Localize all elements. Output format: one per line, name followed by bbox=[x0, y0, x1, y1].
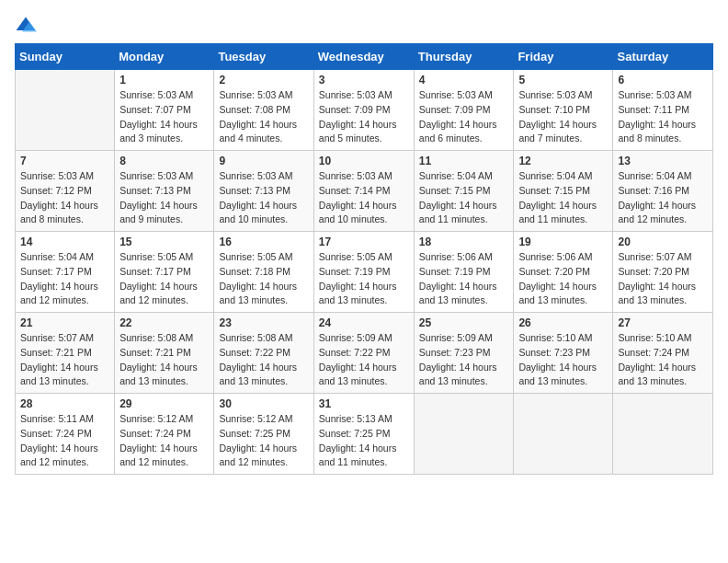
day-number: 30 bbox=[219, 397, 308, 410]
day-info: Sunrise: 5:03 AM Sunset: 7:07 PM Dayligh… bbox=[119, 88, 209, 146]
day-info: Sunrise: 5:11 AM Sunset: 7:24 PM Dayligh… bbox=[20, 412, 109, 470]
day-number: 22 bbox=[119, 316, 209, 329]
calendar-day-header: Friday bbox=[514, 44, 613, 70]
day-info: Sunrise: 5:08 AM Sunset: 7:21 PM Dayligh… bbox=[119, 331, 209, 389]
day-number: 25 bbox=[419, 316, 509, 329]
calendar-cell: 25Sunrise: 5:09 AM Sunset: 7:23 PM Dayli… bbox=[414, 313, 514, 394]
calendar-week-row: 7Sunrise: 5:03 AM Sunset: 7:12 PM Daylig… bbox=[16, 151, 713, 232]
day-info: Sunrise: 5:05 AM Sunset: 7:19 PM Dayligh… bbox=[319, 250, 409, 308]
day-info: Sunrise: 5:03 AM Sunset: 7:11 PM Dayligh… bbox=[618, 88, 708, 146]
day-number: 5 bbox=[518, 74, 608, 86]
day-number: 28 bbox=[20, 397, 109, 410]
day-info: Sunrise: 5:07 AM Sunset: 7:20 PM Dayligh… bbox=[618, 250, 708, 308]
day-number: 27 bbox=[618, 316, 708, 329]
day-info: Sunrise: 5:10 AM Sunset: 7:23 PM Dayligh… bbox=[518, 331, 608, 389]
day-number: 19 bbox=[518, 236, 608, 248]
day-number: 31 bbox=[319, 397, 409, 410]
calendar-cell bbox=[16, 70, 115, 151]
calendar-week-row: 14Sunrise: 5:04 AM Sunset: 7:17 PM Dayli… bbox=[16, 232, 713, 313]
day-number: 9 bbox=[219, 155, 308, 167]
day-info: Sunrise: 5:12 AM Sunset: 7:24 PM Dayligh… bbox=[119, 412, 209, 470]
calendar-cell: 23Sunrise: 5:08 AM Sunset: 7:22 PM Dayli… bbox=[214, 313, 313, 394]
header bbox=[15, 15, 713, 34]
calendar-cell bbox=[514, 394, 613, 475]
calendar-cell: 18Sunrise: 5:06 AM Sunset: 7:19 PM Dayli… bbox=[414, 232, 514, 313]
calendar-cell: 5Sunrise: 5:03 AM Sunset: 7:10 PM Daylig… bbox=[514, 70, 613, 151]
calendar-cell: 24Sunrise: 5:09 AM Sunset: 7:22 PM Dayli… bbox=[313, 313, 414, 394]
calendar-cell: 15Sunrise: 5:05 AM Sunset: 7:17 PM Dayli… bbox=[115, 232, 214, 313]
day-number: 16 bbox=[219, 236, 308, 248]
calendar-cell: 8Sunrise: 5:03 AM Sunset: 7:13 PM Daylig… bbox=[115, 151, 214, 232]
day-info: Sunrise: 5:03 AM Sunset: 7:08 PM Dayligh… bbox=[219, 88, 308, 146]
day-info: Sunrise: 5:09 AM Sunset: 7:22 PM Dayligh… bbox=[319, 331, 409, 389]
day-info: Sunrise: 5:09 AM Sunset: 7:23 PM Dayligh… bbox=[419, 331, 509, 389]
calendar-cell: 21Sunrise: 5:07 AM Sunset: 7:21 PM Dayli… bbox=[16, 313, 115, 394]
day-number: 23 bbox=[219, 316, 308, 329]
day-info: Sunrise: 5:04 AM Sunset: 7:15 PM Dayligh… bbox=[518, 169, 608, 227]
day-number: 15 bbox=[119, 236, 209, 248]
day-info: Sunrise: 5:03 AM Sunset: 7:14 PM Dayligh… bbox=[319, 169, 409, 227]
day-number: 12 bbox=[518, 155, 608, 167]
day-number: 2 bbox=[219, 74, 308, 86]
calendar-cell: 19Sunrise: 5:06 AM Sunset: 7:20 PM Dayli… bbox=[514, 232, 613, 313]
calendar-week-row: 1Sunrise: 5:03 AM Sunset: 7:07 PM Daylig… bbox=[16, 70, 713, 151]
day-info: Sunrise: 5:06 AM Sunset: 7:20 PM Dayligh… bbox=[518, 250, 608, 308]
day-info: Sunrise: 5:03 AM Sunset: 7:13 PM Dayligh… bbox=[219, 169, 308, 227]
logo bbox=[15, 15, 40, 34]
day-number: 8 bbox=[119, 155, 209, 167]
calendar-day-header: Wednesday bbox=[313, 44, 414, 70]
day-info: Sunrise: 5:05 AM Sunset: 7:17 PM Dayligh… bbox=[119, 250, 209, 308]
calendar-day-header: Saturday bbox=[613, 44, 713, 70]
day-info: Sunrise: 5:04 AM Sunset: 7:15 PM Dayligh… bbox=[419, 169, 509, 227]
calendar-week-row: 28Sunrise: 5:11 AM Sunset: 7:24 PM Dayli… bbox=[16, 394, 713, 475]
calendar-cell: 22Sunrise: 5:08 AM Sunset: 7:21 PM Dayli… bbox=[115, 313, 214, 394]
day-info: Sunrise: 5:03 AM Sunset: 7:10 PM Dayligh… bbox=[518, 88, 608, 146]
calendar-day-header: Tuesday bbox=[214, 44, 313, 70]
calendar-cell bbox=[414, 394, 514, 475]
day-info: Sunrise: 5:08 AM Sunset: 7:22 PM Dayligh… bbox=[219, 331, 308, 389]
day-number: 17 bbox=[319, 236, 409, 248]
calendar-cell: 11Sunrise: 5:04 AM Sunset: 7:15 PM Dayli… bbox=[414, 151, 514, 232]
calendar-cell bbox=[613, 394, 713, 475]
calendar-cell: 16Sunrise: 5:05 AM Sunset: 7:18 PM Dayli… bbox=[214, 232, 313, 313]
calendar-week-row: 21Sunrise: 5:07 AM Sunset: 7:21 PM Dayli… bbox=[16, 313, 713, 394]
day-info: Sunrise: 5:06 AM Sunset: 7:19 PM Dayligh… bbox=[419, 250, 509, 308]
calendar-cell: 13Sunrise: 5:04 AM Sunset: 7:16 PM Dayli… bbox=[613, 151, 713, 232]
day-info: Sunrise: 5:05 AM Sunset: 7:18 PM Dayligh… bbox=[219, 250, 308, 308]
day-number: 4 bbox=[419, 74, 509, 86]
calendar-cell: 26Sunrise: 5:10 AM Sunset: 7:23 PM Dayli… bbox=[514, 313, 613, 394]
day-info: Sunrise: 5:10 AM Sunset: 7:24 PM Dayligh… bbox=[618, 331, 708, 389]
calendar: SundayMondayTuesdayWednesdayThursdayFrid… bbox=[15, 43, 713, 475]
day-number: 11 bbox=[419, 155, 509, 167]
calendar-cell: 12Sunrise: 5:04 AM Sunset: 7:15 PM Dayli… bbox=[514, 151, 613, 232]
day-number: 24 bbox=[319, 316, 409, 329]
logo-icon bbox=[15, 16, 37, 34]
day-number: 21 bbox=[20, 316, 109, 329]
calendar-cell: 20Sunrise: 5:07 AM Sunset: 7:20 PM Dayli… bbox=[613, 232, 713, 313]
day-number: 10 bbox=[319, 155, 409, 167]
day-number: 26 bbox=[518, 316, 608, 329]
day-number: 6 bbox=[618, 74, 708, 86]
calendar-cell: 10Sunrise: 5:03 AM Sunset: 7:14 PM Dayli… bbox=[313, 151, 414, 232]
calendar-cell: 3Sunrise: 5:03 AM Sunset: 7:09 PM Daylig… bbox=[313, 70, 414, 151]
calendar-day-header: Sunday bbox=[16, 44, 115, 70]
day-number: 13 bbox=[618, 155, 708, 167]
calendar-cell: 30Sunrise: 5:12 AM Sunset: 7:25 PM Dayli… bbox=[214, 394, 313, 475]
calendar-cell: 29Sunrise: 5:12 AM Sunset: 7:24 PM Dayli… bbox=[115, 394, 214, 475]
day-number: 20 bbox=[618, 236, 708, 248]
calendar-day-header: Thursday bbox=[414, 44, 514, 70]
calendar-cell: 28Sunrise: 5:11 AM Sunset: 7:24 PM Dayli… bbox=[16, 394, 115, 475]
calendar-cell: 14Sunrise: 5:04 AM Sunset: 7:17 PM Dayli… bbox=[16, 232, 115, 313]
day-info: Sunrise: 5:03 AM Sunset: 7:13 PM Dayligh… bbox=[119, 169, 209, 227]
day-info: Sunrise: 5:04 AM Sunset: 7:17 PM Dayligh… bbox=[20, 250, 109, 308]
calendar-cell: 4Sunrise: 5:03 AM Sunset: 7:09 PM Daylig… bbox=[414, 70, 514, 151]
day-number: 1 bbox=[119, 74, 209, 86]
day-info: Sunrise: 5:03 AM Sunset: 7:09 PM Dayligh… bbox=[419, 88, 509, 146]
day-info: Sunrise: 5:12 AM Sunset: 7:25 PM Dayligh… bbox=[219, 412, 308, 470]
calendar-cell: 27Sunrise: 5:10 AM Sunset: 7:24 PM Dayli… bbox=[613, 313, 713, 394]
calendar-header-row: SundayMondayTuesdayWednesdayThursdayFrid… bbox=[16, 44, 713, 70]
calendar-cell: 7Sunrise: 5:03 AM Sunset: 7:12 PM Daylig… bbox=[16, 151, 115, 232]
calendar-cell: 17Sunrise: 5:05 AM Sunset: 7:19 PM Dayli… bbox=[313, 232, 414, 313]
day-number: 29 bbox=[119, 397, 209, 410]
day-number: 14 bbox=[20, 236, 109, 248]
